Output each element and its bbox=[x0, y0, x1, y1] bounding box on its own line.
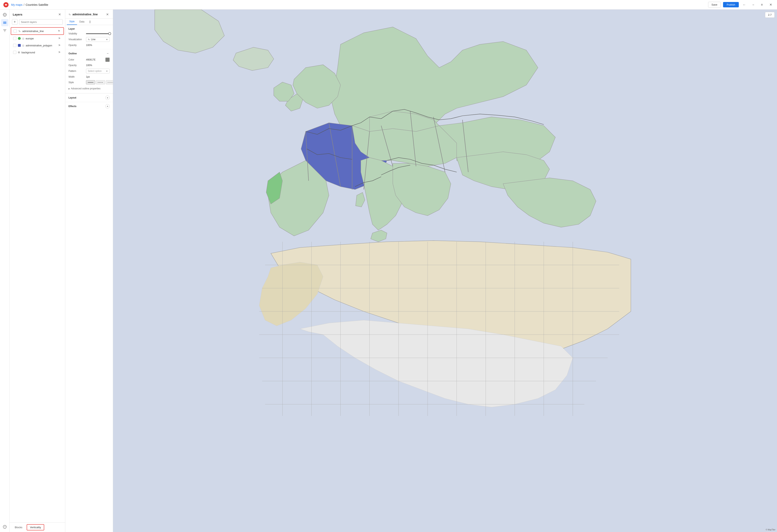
tab-verticality[interactable]: Verticality bbox=[27, 524, 44, 530]
layer-flag-button-background[interactable]: ⚑ bbox=[57, 50, 62, 54]
visualization-label: Visualization bbox=[69, 38, 84, 41]
main-area: ? Layers ✕ + ∿ administrative_line ⚑ ◫ bbox=[0, 10, 777, 532]
style-dotted-button[interactable] bbox=[106, 80, 113, 85]
breadcrumb-sep: / bbox=[24, 3, 24, 6]
layer-color-europe bbox=[18, 37, 21, 40]
layer-checkbox-background[interactable] bbox=[13, 51, 16, 54]
width-value: 1px bbox=[86, 76, 90, 78]
pattern-placeholder: Select option bbox=[88, 70, 102, 73]
sidebar-icon-help[interactable]: ? bbox=[1, 523, 8, 530]
sidebar-icon-filter[interactable] bbox=[1, 27, 8, 34]
effects-label: Effects bbox=[69, 105, 105, 108]
app-logo bbox=[3, 2, 9, 8]
layer-flag-button-administrative-line[interactable]: ⚑ bbox=[57, 29, 61, 33]
viz-icon: ∿ bbox=[88, 38, 90, 41]
outline-opacity-value: 100% bbox=[86, 64, 92, 67]
advanced-outline-row[interactable]: ▶ Advanced outline properties bbox=[69, 86, 110, 91]
svg-text:?: ? bbox=[4, 526, 5, 528]
dashed-line-icon bbox=[98, 82, 103, 83]
back-button[interactable]: ← bbox=[741, 2, 748, 8]
pattern-label: Pattern bbox=[69, 70, 84, 73]
visualization-row: Visualization ∿ Line ▼ bbox=[69, 37, 110, 42]
close-topbar-button[interactable]: ✕ bbox=[767, 2, 774, 8]
visibility-label: Visibility bbox=[69, 32, 84, 35]
advanced-arrow-icon: ▶ bbox=[69, 88, 70, 90]
tab-blocks[interactable]: Blocks bbox=[12, 525, 25, 530]
sidebar-icon-cursor[interactable] bbox=[1, 11, 8, 18]
outline-pattern-row: Pattern Select option ▼ bbox=[69, 69, 110, 74]
opacity-value: 100% bbox=[86, 44, 92, 46]
width-label: Width bbox=[69, 76, 84, 78]
search-input[interactable] bbox=[19, 19, 63, 25]
layers-list: ∿ administrative_line ⚑ ◫ europe ⚑ ◫ adm… bbox=[10, 26, 65, 522]
layer-checkbox-administrative-line[interactable] bbox=[13, 29, 17, 33]
style-label: Style bbox=[69, 81, 84, 84]
layer-section: Layer Visibility Visualization ∿ Line ▼ bbox=[65, 25, 113, 49]
layer-item-administrative-line[interactable]: ∿ administrative_line ⚑ bbox=[11, 27, 64, 35]
layout-expand-button[interactable]: + bbox=[105, 96, 110, 100]
layers-add-button[interactable]: + bbox=[12, 19, 17, 25]
layer-type-icon-background: ⊞ bbox=[18, 51, 20, 54]
zoom-value: 2.7 bbox=[767, 13, 773, 16]
layer-type-icon-admin-polygon: ◫ bbox=[22, 44, 24, 46]
outline-width-row: Width 1px bbox=[69, 76, 110, 78]
solid-line-icon bbox=[88, 82, 93, 83]
map-area[interactable]: 2.7 © MapTiler bbox=[113, 10, 777, 532]
outline-color-swatch[interactable] bbox=[105, 57, 110, 62]
outline-collapse-button[interactable]: − bbox=[106, 51, 110, 55]
layers-title: Layers bbox=[13, 13, 56, 16]
layer-opacity-row: Opacity 100% bbox=[69, 44, 110, 46]
layer-flag-button-europe[interactable]: ⚑ bbox=[57, 36, 62, 40]
publish-button[interactable]: Publish bbox=[723, 2, 739, 7]
visualization-select[interactable]: ∿ Line ▼ bbox=[86, 37, 110, 42]
layout-section[interactable]: Layout + bbox=[65, 93, 113, 102]
tab-style[interactable]: Style bbox=[67, 18, 77, 25]
viz-arrow-icon: ▼ bbox=[106, 38, 108, 40]
style-dashed-button[interactable] bbox=[96, 80, 105, 85]
visibility-slider[interactable] bbox=[86, 33, 110, 34]
breadcrumb-parent[interactable]: My maps bbox=[11, 3, 22, 6]
layer-flag-button-admin-polygon[interactable]: ⚑ bbox=[57, 43, 62, 47]
props-layer-icon: ∿ bbox=[69, 13, 71, 16]
svg-rect-4 bbox=[3, 23, 6, 24]
effects-expand-button[interactable]: + bbox=[105, 104, 110, 109]
layers-bottom: Blocks Verticality bbox=[10, 522, 65, 532]
layers-search-row: + bbox=[10, 18, 65, 26]
props-close-button[interactable]: ✕ bbox=[105, 12, 110, 17]
outline-color-hex: #80817E bbox=[86, 58, 104, 61]
forward-button[interactable]: → bbox=[750, 2, 756, 8]
layers-panel: Layers ✕ + ∿ administrative_line ⚑ ◫ eur… bbox=[10, 10, 65, 532]
layer-item-administrative-polygon[interactable]: ◫ administrative_polygon ⚑ bbox=[11, 42, 64, 49]
outline-section-header: Outline − bbox=[69, 51, 110, 55]
svg-rect-3 bbox=[3, 22, 6, 23]
sidebar-icon-layers[interactable] bbox=[1, 19, 8, 26]
icon-sidebar: ? bbox=[0, 10, 10, 532]
tab-data[interactable]: Data bbox=[77, 18, 87, 25]
outline-style-row: Style bbox=[69, 80, 110, 85]
outline-color-label: Color bbox=[69, 58, 84, 61]
outline-section: Outline − Color #80817E Opacity 100% Pat… bbox=[65, 49, 113, 93]
layer-color-admin-polygon bbox=[18, 44, 21, 47]
layer-checkbox-admin-polygon[interactable] bbox=[13, 44, 16, 47]
outline-color-row: Color #80817E bbox=[69, 57, 110, 62]
dotted-line-icon bbox=[108, 82, 113, 83]
layer-checkbox-europe[interactable] bbox=[13, 37, 16, 40]
tab-code[interactable]: {} bbox=[87, 18, 93, 25]
properties-panel: ∿ administrative_line ✕ Style Data {} La… bbox=[65, 10, 113, 532]
props-title: administrative_line bbox=[73, 13, 103, 16]
style-solid-button[interactable] bbox=[86, 80, 95, 85]
layer-section-label: Layer bbox=[69, 27, 110, 30]
menu-button[interactable]: ≡ bbox=[759, 2, 765, 8]
save-button[interactable]: Save bbox=[708, 2, 721, 8]
layer-name-administrative-line: administrative_line bbox=[22, 30, 55, 33]
layers-close-button[interactable]: ✕ bbox=[57, 12, 62, 17]
layer-name-europe: europe bbox=[26, 37, 56, 40]
svg-rect-2 bbox=[3, 22, 6, 22]
layer-name-background: background bbox=[21, 51, 56, 54]
layer-item-background[interactable]: ⊞ background ⚑ bbox=[11, 49, 64, 56]
pattern-select[interactable]: Select option ▼ bbox=[86, 69, 110, 74]
map-zoom-control: 2.7 bbox=[765, 12, 775, 18]
effects-section[interactable]: Effects + bbox=[65, 102, 113, 111]
topbar: My maps / Countries Satellite Save Publi… bbox=[0, 0, 777, 10]
layer-item-europe[interactable]: ◫ europe ⚑ bbox=[11, 35, 64, 42]
